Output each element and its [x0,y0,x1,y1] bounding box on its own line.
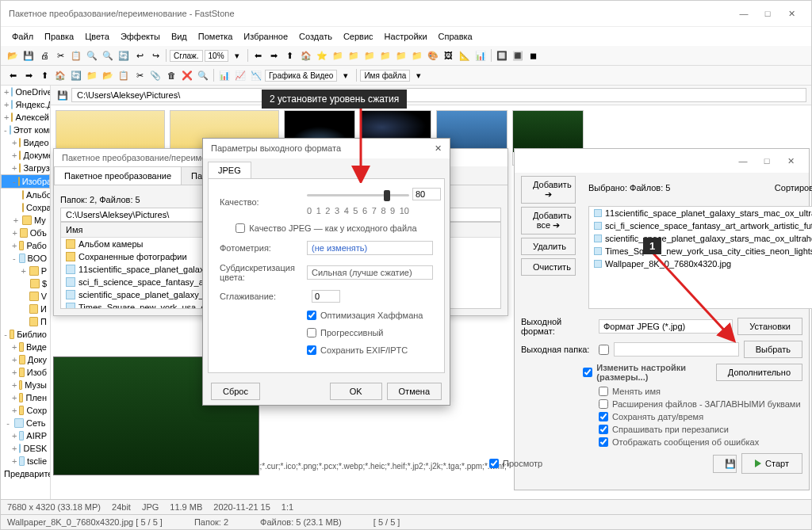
toolbar-btn[interactable]: ⬆ [283,48,297,63]
rename-checkbox[interactable] [599,387,608,396]
minimize-button[interactable]: — [732,6,756,21]
toolbar-btn[interactable]: Сглаж. [170,50,203,62]
toolbar-btn[interactable]: 🔍 [85,48,99,63]
toolbar-btn[interactable]: 📁 [347,48,361,63]
panel-close-button[interactable]: ✕ [779,153,802,169]
tree-item[interactable]: +Виде [1,341,50,353]
tree-item[interactable]: -Этот компьютер [1,124,50,136]
toolbar-btn[interactable]: 📁 [378,48,393,63]
photometry-select[interactable]: (не изменять) [307,241,433,255]
toolbar2-btn[interactable]: 📈 [233,68,247,82]
toolbar-btn[interactable]: ✂ [53,48,67,63]
toolbar-btn[interactable]: 🔄 [117,48,131,63]
toolbar-btn[interactable]: ⬅ [251,48,266,63]
menu-Настройки[interactable]: Настройки [380,29,432,44]
save-settings-button[interactable]: 💾 [713,455,737,473]
toolbar2-btn[interactable]: 🔄 [69,68,83,82]
tree-item[interactable]: +Сохр [1,404,50,417]
menu-Сервис[interactable]: Сервис [339,29,378,44]
toolbar-btn[interactable]: 10% [205,50,228,62]
date-checkbox[interactable] [599,412,608,421]
tree-item[interactable]: +Загрузки [1,162,50,174]
toolbar2-btn[interactable]: ➡ [21,68,36,82]
slider-thumb-icon[interactable] [384,190,390,201]
reset-button[interactable]: Сброс [211,383,260,400]
toolbar-btn[interactable]: 📊 [473,48,488,63]
browse-button[interactable]: Выбрать [744,341,802,358]
toolbar-btn[interactable]: ⭐ [315,48,329,63]
tree-item[interactable]: +Яндекс.Диск [1,98,50,111]
selected-file-row[interactable]: sci_fi_science_space_fantasy_art_artwork… [589,219,812,232]
toolbar-btn[interactable]: 📁 [362,48,377,63]
toolbar2-btn[interactable]: 📋 [117,68,131,82]
tree-item[interactable]: Сохраненные фотографии [1,201,50,214]
subsample-select[interactable]: Сильная (лучше сжатие) [307,265,433,280]
ok-button[interactable]: OK [330,383,382,400]
tree-item[interactable]: +OneDrive [1,86,50,98]
same-quality-checkbox[interactable] [236,223,245,233]
menu-Пометка[interactable]: Пометка [193,29,238,44]
panel-maximize-button[interactable]: □ [755,153,779,169]
toolbar2-btn[interactable]: 📁 [85,68,99,82]
huffman-checkbox[interactable] [307,311,316,320]
exif-checkbox[interactable] [307,345,316,355]
toolbar2-btn[interactable]: ✂ [132,68,147,82]
quality-slider[interactable] [307,189,433,203]
cancel-button[interactable]: Отмена [387,383,442,400]
toolbar-btn[interactable]: 📁 [394,48,408,63]
breadcrumb-path[interactable]: C:\Users\Aleksey\Pictures\ [71,88,806,102]
tree-item[interactable]: -BOO [1,252,50,265]
toolbar2-btn[interactable]: ⬆ [37,68,52,82]
format-dialog-close-icon[interactable]: ✕ [435,143,442,154]
tree-item[interactable]: -Изображения [1,174,50,189]
menu-Избранное[interactable]: Избранное [239,29,293,44]
toolbar-btn[interactable]: ➡ [267,48,282,63]
tree-item[interactable]: -Сеть [1,417,50,429]
toolbar-btn[interactable]: 📋 [69,48,83,63]
close-button[interactable]: ✕ [779,6,803,21]
toolbar2-btn[interactable]: 📂 [101,68,115,82]
toolbar2-btn[interactable]: ▾ [412,68,426,82]
progressive-checkbox[interactable] [307,328,316,337]
tab-jpeg[interactable]: JPEG [208,162,251,178]
toolbar2-btn[interactable]: ⬅ [6,68,20,82]
tree-item[interactable]: П [1,315,50,328]
toolbar-btn[interactable]: 📐 [458,48,472,63]
toolbar-btn[interactable]: ↩ [132,48,147,63]
errors-checkbox[interactable] [599,437,608,447]
add-all-button[interactable]: Добавить все ➔ [521,207,576,234]
preview-checkbox[interactable] [489,459,499,468]
out-dir-checkbox[interactable] [599,345,609,355]
toolbar2-btn[interactable]: 🏠 [53,68,67,82]
quality-spinner[interactable] [412,188,441,200]
tree-item[interactable]: +P [1,265,50,277]
menu-Цвета[interactable]: Цвета [80,29,114,44]
tree-item[interactable]: $ [1,277,50,290]
remove-button[interactable]: Удалить [521,238,576,255]
panel-minimize-button[interactable]: — [731,153,755,169]
tree-item[interactable]: +Изоб [1,366,50,379]
toolbar-btn[interactable]: 🖨 [37,48,52,63]
tree-item[interactable]: +Музы [1,379,50,391]
toolbar2-btn[interactable]: 🗑 [164,68,178,82]
menu-Вид[interactable]: Вид [167,29,192,44]
change-opts-checkbox[interactable] [583,368,592,377]
toolbar-btn[interactable]: 💾 [21,48,36,63]
tree-item[interactable]: +Объ [1,227,50,239]
tree-item[interactable]: +Алексей Карцев [1,111,50,124]
toolbar-btn[interactable]: 🔲 [495,48,509,63]
toolbar2-btn[interactable]: 📉 [249,68,263,82]
toolbar2-btn[interactable]: Имя файла [360,70,410,82]
menu-Эффекты[interactable]: Эффекты [116,29,165,44]
menu-Файл[interactable]: Файл [7,29,38,44]
toolbar2-btn[interactable]: 📊 [217,68,232,82]
toolbar-btn[interactable]: 📁 [410,48,424,63]
add-button[interactable]: Добавить ➔ [521,176,576,204]
tree-item[interactable]: +Документы [1,149,50,162]
toolbar-btn[interactable]: ◼ [527,48,541,63]
toolbar-btn[interactable]: 🖼 [442,48,456,63]
tree-item[interactable]: +Му [1,214,50,227]
tree-item[interactable]: +tsclie [1,455,50,467]
smoothing-spinner[interactable] [312,290,340,303]
toolbar-btn[interactable]: 📂 [6,48,20,63]
